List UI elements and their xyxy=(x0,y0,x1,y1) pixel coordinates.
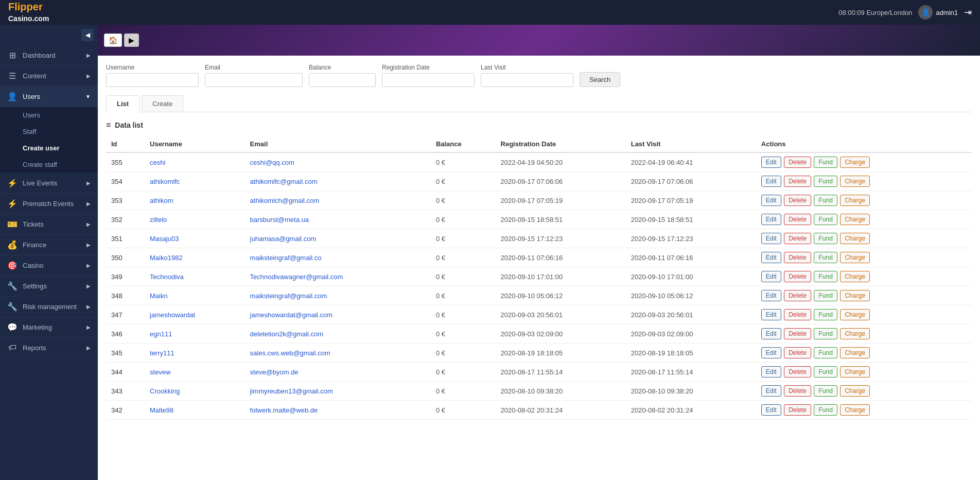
fund-button[interactable]: Fund xyxy=(814,157,837,168)
edit-button[interactable]: Edit xyxy=(761,366,781,378)
sidebar-item-settings[interactable]: 🔧 Settings ▶ xyxy=(0,276,98,297)
tab-create[interactable]: Create xyxy=(142,95,183,112)
sidebar-item-live-events[interactable]: ⚡ Live Events ▶ xyxy=(0,173,98,194)
charge-button[interactable]: Charge xyxy=(840,233,869,244)
edit-button[interactable]: Edit xyxy=(761,252,781,263)
edit-button[interactable]: Edit xyxy=(761,309,781,320)
email-link[interactable]: athikomlch@gmail.com xyxy=(250,197,320,204)
sidebar-toggle-button[interactable]: ◀ xyxy=(81,29,94,41)
charge-button[interactable]: Charge xyxy=(840,252,869,263)
edit-button[interactable]: Edit xyxy=(761,271,781,282)
username-link[interactable]: athikom xyxy=(150,197,173,204)
delete-button[interactable]: Delete xyxy=(784,309,811,320)
fund-button[interactable]: Fund xyxy=(814,290,837,301)
delete-button[interactable]: Delete xyxy=(784,176,811,187)
sidebar-item-prematch-events[interactable]: ⚡ Prematch Events ▶ xyxy=(0,194,98,214)
sidebar-item-users[interactable]: 👤 Users ▼ xyxy=(0,87,98,107)
username-link[interactable]: athikomlfc xyxy=(150,178,180,185)
delete-button[interactable]: Delete xyxy=(784,271,811,282)
email-link[interactable]: deletetion2k@gmail.com xyxy=(250,330,324,338)
sidebar-item-risk-management[interactable]: 🔧 Risk management ▶ xyxy=(0,297,98,317)
fund-button[interactable]: Fund xyxy=(814,271,837,282)
email-link[interactable]: ceshi@qq.com xyxy=(250,159,294,166)
username-link[interactable]: Malte98 xyxy=(150,406,173,414)
username-link[interactable]: Masaju03 xyxy=(150,235,179,243)
edit-button[interactable]: Edit xyxy=(761,233,781,244)
username-link[interactable]: Maiko1982 xyxy=(150,254,183,262)
username-link[interactable]: terry111 xyxy=(150,349,174,357)
email-link[interactable]: sales.cws.web@gmail.com xyxy=(250,349,330,357)
email-link[interactable]: jameshowardat@gmail.com xyxy=(250,311,333,319)
delete-button[interactable]: Delete xyxy=(784,233,811,244)
charge-button[interactable]: Charge xyxy=(840,366,869,378)
balance-input[interactable] xyxy=(309,73,376,87)
fund-button[interactable]: Fund xyxy=(814,404,837,416)
email-link[interactable]: Technodivawagner@gmail.com xyxy=(250,273,343,281)
delete-button[interactable]: Delete xyxy=(784,328,811,339)
sidebar-item-casino[interactable]: 🎯 Casino ▶ xyxy=(0,255,98,276)
email-link[interactable]: athikomlfc@gmail.com xyxy=(250,178,318,185)
charge-button[interactable]: Charge xyxy=(840,309,869,320)
email-link[interactable]: maiksteingraf@gmail.com xyxy=(250,292,327,300)
sidebar-item-finance[interactable]: 💰 Finance ▶ xyxy=(0,235,98,255)
logout-icon[interactable]: ⇥ xyxy=(964,7,972,18)
edit-button[interactable]: Edit xyxy=(761,328,781,339)
email-input[interactable] xyxy=(205,73,303,87)
charge-button[interactable]: Charge xyxy=(840,404,869,416)
username-link[interactable]: Maikn xyxy=(150,292,168,300)
charge-button[interactable]: Charge xyxy=(840,290,869,301)
regdate-input[interactable] xyxy=(382,73,475,87)
charge-button[interactable]: Charge xyxy=(840,328,869,339)
fund-button[interactable]: Fund xyxy=(814,366,837,378)
edit-button[interactable]: Edit xyxy=(761,214,781,225)
charge-button[interactable]: Charge xyxy=(840,195,869,206)
charge-button[interactable]: Charge xyxy=(840,271,869,282)
username-link[interactable]: Technodiva xyxy=(150,273,184,281)
delete-button[interactable]: Delete xyxy=(784,157,811,168)
fund-button[interactable]: Fund xyxy=(814,195,837,206)
email-link[interactable]: steve@byom.de xyxy=(250,368,299,376)
edit-button[interactable]: Edit xyxy=(761,404,781,416)
sidebar-item-marketing[interactable]: 💬 Marketing ▶ xyxy=(0,317,98,338)
email-link[interactable]: folwerk.malte@web.de xyxy=(250,406,318,414)
username-link[interactable]: egn111 xyxy=(150,330,172,338)
username-link[interactable]: jameshowardat xyxy=(150,311,195,319)
username-link[interactable]: ceshi xyxy=(150,159,165,166)
edit-button[interactable]: Edit xyxy=(761,347,781,358)
charge-button[interactable]: Charge xyxy=(840,157,869,168)
delete-button[interactable]: Delete xyxy=(784,385,811,397)
email-link[interactable]: barsburst@meta.ua xyxy=(250,216,309,224)
username-input[interactable] xyxy=(106,73,199,87)
sidebar-item-tickets[interactable]: 🎫 Tickets ▶ xyxy=(0,214,98,235)
fund-button[interactable]: Fund xyxy=(814,328,837,339)
lastvisit-input[interactable] xyxy=(481,73,573,87)
fund-button[interactable]: Fund xyxy=(814,309,837,320)
delete-button[interactable]: Delete xyxy=(784,404,811,416)
sidebar-item-create-staff[interactable]: Create staff xyxy=(0,157,98,173)
charge-button[interactable]: Charge xyxy=(840,347,869,358)
sidebar-item-reports[interactable]: 🏷 Reports ▶ xyxy=(0,338,98,358)
delete-button[interactable]: Delete xyxy=(784,252,811,263)
fund-button[interactable]: Fund xyxy=(814,176,837,187)
delete-button[interactable]: Delete xyxy=(784,347,811,358)
email-link[interactable]: juhamasa@gmail.com xyxy=(250,235,317,243)
sidebar-item-dashboard[interactable]: ⊞ Dashboard ▶ xyxy=(0,45,98,66)
edit-button[interactable]: Edit xyxy=(761,195,781,206)
username-link[interactable]: Crookking xyxy=(150,387,180,395)
search-button[interactable]: Search xyxy=(580,72,620,87)
delete-button[interactable]: Delete xyxy=(784,195,811,206)
username-link[interactable]: ziltelo xyxy=(150,216,167,224)
username-link[interactable]: stevew xyxy=(150,368,170,376)
sidebar-item-create-user[interactable]: Create user xyxy=(0,140,98,157)
fund-button[interactable]: Fund xyxy=(814,214,837,225)
delete-button[interactable]: Delete xyxy=(784,214,811,225)
edit-button[interactable]: Edit xyxy=(761,290,781,301)
email-link[interactable]: maiksteingraf@gmail.co xyxy=(250,254,322,262)
breadcrumb-home[interactable]: 🏠 xyxy=(104,33,122,47)
fund-button[interactable]: Fund xyxy=(814,252,837,263)
edit-button[interactable]: Edit xyxy=(761,176,781,187)
delete-button[interactable]: Delete xyxy=(784,290,811,301)
charge-button[interactable]: Charge xyxy=(840,214,869,225)
edit-button[interactable]: Edit xyxy=(761,385,781,397)
charge-button[interactable]: Charge xyxy=(840,176,869,187)
